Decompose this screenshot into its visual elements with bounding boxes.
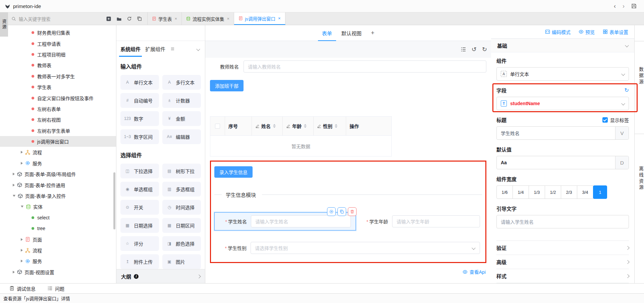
issues-button[interactable]: 问题 <box>48 285 64 292</box>
tree-item[interactable]: 页面 <box>0 234 116 245</box>
tree-item[interactable]: 学生表 <box>0 82 116 92</box>
tree-item[interactable]: 工程申请表 <box>0 38 116 49</box>
left-rail-tab-resources[interactable]: 资源 <box>0 12 8 37</box>
palette-item[interactable]: ◉单选框组 <box>120 182 159 197</box>
redo-icon[interactable]: ↻ <box>482 46 487 52</box>
search-placeholder[interactable]: 输入关键字搜索 <box>19 15 51 22</box>
nav-forward-icon[interactable]: › <box>623 3 625 9</box>
width-option[interactable]: 1/4 <box>513 185 529 199</box>
width-option[interactable]: 1/2 <box>545 185 561 199</box>
nav-back-icon[interactable]: ‹ <box>614 3 616 9</box>
copy-icon[interactable] <box>337 207 346 216</box>
palette-item[interactable]: ▦日期区间 <box>162 218 201 233</box>
palette-item[interactable]: ◨颜色选择 <box>162 236 201 251</box>
tree-item[interactable]: 左树右学生表单 <box>0 125 116 136</box>
collapse-window-icon[interactable] <box>137 16 142 21</box>
tree-item[interactable]: 左树右表单 <box>0 103 116 114</box>
tab-system-components[interactable]: 系统组件 <box>120 41 141 57</box>
tree-item[interactable]: 页面-表单-录入控件 <box>0 190 116 201</box>
tree-item[interactable]: 实体 <box>0 201 116 212</box>
chevron-down-icon[interactable] <box>196 47 200 51</box>
width-option[interactable]: 2/3 <box>561 185 577 199</box>
palette-item[interactable]: ⊙开关 <box>120 200 159 215</box>
section-validation[interactable]: 验证 <box>496 241 629 255</box>
tree-item[interactable]: 页面-视图设置 <box>0 267 116 277</box>
refresh-icon[interactable] <box>127 16 132 21</box>
tab-form[interactable]: 表单 <box>322 25 332 41</box>
tree-item[interactable]: select <box>0 212 116 223</box>
palette-item[interactable]: 123数字 <box>120 111 159 126</box>
close-icon[interactable]: × <box>278 16 281 21</box>
palette-item[interactable]: ☆评分 <box>120 236 159 251</box>
student-age-input[interactable]: 请输入学生年龄 <box>392 215 480 227</box>
select-all-checkbox[interactable] <box>215 124 220 129</box>
sort-icon[interactable] <box>273 124 276 128</box>
palette-item[interactable]: ±计数器 <box>162 93 201 108</box>
tree-item[interactable]: 教师表一对多学生 <box>0 71 116 82</box>
doc-tab-js-popup-window[interactable]: js调用弹出窗口 × <box>234 12 285 25</box>
width-option-active[interactable]: 1 <box>593 185 607 199</box>
debug-info-button[interactable]: 调试信息 <box>9 285 36 292</box>
doc-tab-student-table[interactable]: 学生表 × <box>148 12 182 25</box>
preview-button[interactable]: 预览 <box>579 29 595 35</box>
tree-item[interactable]: 流程 <box>0 147 116 158</box>
enter-student-info-button[interactable]: 录入学生信息 <box>214 166 253 178</box>
teacher-name-input[interactable]: 请输入教师姓名 <box>244 60 486 73</box>
student-gender-field[interactable]: *学生性别 请选择学生性别 <box>214 242 482 254</box>
tree-item[interactable]: 工程项目明细 <box>0 49 116 60</box>
palette-item[interactable]: ▦日期选择 <box>120 218 159 233</box>
palette-item[interactable]: ¥金额 <box>162 111 201 126</box>
tree-item[interactable]: 自定义窗口操作按钮及事件 <box>0 92 116 103</box>
tree-scrollbar[interactable] <box>113 172 115 229</box>
default-value-button[interactable]: D <box>615 156 629 169</box>
palette-item[interactable]: ◷时间选择 <box>162 200 201 215</box>
palette-item[interactable]: #自动编号 <box>120 93 159 108</box>
tree-item[interactable]: 教师表 <box>0 60 116 71</box>
palette-item[interactable]: ▣图片 <box>162 254 201 269</box>
tree-item[interactable]: 左树右视图 <box>0 114 116 125</box>
palette-item[interactable]: A≡编辑器 <box>162 129 201 144</box>
doc-tab-flow-entity-set[interactable]: 流程实例实体集 × <box>182 12 234 25</box>
tree-item[interactable]: 流程 <box>0 245 116 256</box>
right-rail-tab-datasource[interactable]: 数据源 <box>635 47 644 106</box>
tab-default-view[interactable]: 默认视图 <box>341 25 362 41</box>
palette-item[interactable]: ▥多选框组 <box>162 182 201 197</box>
import-icon[interactable] <box>106 16 111 21</box>
delete-trash-icon[interactable] <box>348 207 357 216</box>
title-input[interactable]: 学生姓名 <box>497 127 615 139</box>
close-icon[interactable]: × <box>175 16 177 21</box>
save-icon[interactable] <box>631 3 637 9</box>
column-header-gender[interactable]: 性别 <box>314 117 346 135</box>
column-header-age[interactable]: 年龄 <box>283 117 314 135</box>
tab-extension-components[interactable]: 扩展组件 <box>145 41 165 57</box>
undo-icon[interactable]: ↺ <box>472 46 477 52</box>
palette-menu-icon[interactable] <box>171 47 174 51</box>
component-type-select[interactable]: A 单行文本 <box>496 67 629 81</box>
column-header-name[interactable]: 姓名 <box>252 117 283 135</box>
width-option[interactable]: 1/6 <box>496 185 513 199</box>
tree-item[interactable]: 页面-表单-控件通用 <box>0 179 116 190</box>
section-style[interactable]: 样式 <box>496 269 629 283</box>
tree-item[interactable]: 服务 <box>0 158 116 169</box>
sort-icon[interactable] <box>304 124 307 128</box>
view-api-link[interactable]: 查看Api <box>210 268 486 275</box>
palette-item[interactable]: 1~3数字区间 <box>120 129 159 144</box>
palette-item[interactable]: ↥附件上传 <box>120 254 159 269</box>
right-rail-tab-offline-resources[interactable]: 离线资源 <box>635 141 644 217</box>
sort-icon[interactable] <box>335 124 337 128</box>
tree-item[interactable]: 财务费用归集表 <box>0 27 116 38</box>
show-label-toggle[interactable]: 显示标签 <box>602 117 629 123</box>
new-folder-icon[interactable] <box>116 16 122 21</box>
structure-icon[interactable] <box>461 47 466 52</box>
width-option[interactable]: 3/4 <box>577 185 593 199</box>
outline-footer[interactable]: 大纲 <box>116 269 205 283</box>
palette-item[interactable]: A多行文本 <box>162 75 201 90</box>
student-name-input[interactable]: 请输入学生姓名 <box>251 215 351 227</box>
form-settings-button[interactable]: 表单设置 <box>603 29 628 35</box>
student-gender-select[interactable]: 请选择学生性别 <box>251 242 480 254</box>
add-view-button[interactable]: + <box>371 30 375 37</box>
section-advanced[interactable]: 高级 <box>496 255 629 269</box>
section-basic[interactable]: 基础 <box>491 39 634 52</box>
add-class-cadre-button[interactable]: 添加班干部 <box>210 80 244 91</box>
settings-gear-icon[interactable] <box>327 207 336 216</box>
